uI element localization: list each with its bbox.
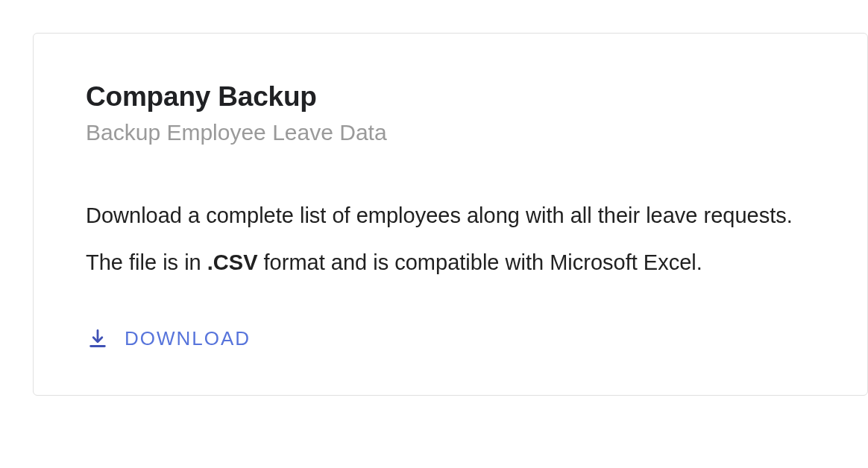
- description-csv-strong: .CSV: [207, 250, 258, 274]
- download-button-label: DOWNLOAD: [125, 327, 251, 350]
- download-button[interactable]: DOWNLOAD: [86, 324, 252, 353]
- description-line-1: Download a complete list of employees al…: [86, 199, 815, 233]
- card-body: Download a complete list of employees al…: [86, 199, 815, 279]
- company-backup-card: Company Backup Backup Employee Leave Dat…: [33, 33, 868, 396]
- description-line-2: The file is in .CSV format and is compat…: [86, 246, 815, 279]
- card-title: Company Backup: [86, 81, 815, 113]
- card-subtitle: Backup Employee Leave Data: [86, 120, 815, 145]
- download-icon: [87, 328, 108, 349]
- action-row: DOWNLOAD: [86, 324, 815, 353]
- description-line-2-post: format and is compatible with Microsoft …: [257, 250, 702, 274]
- description-line-2-pre: The file is in: [86, 250, 207, 274]
